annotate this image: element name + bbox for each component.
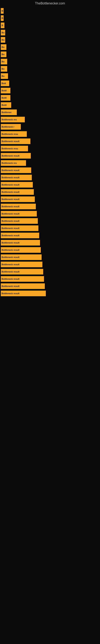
bar-label: Bottl xyxy=(1,89,7,92)
bar-row: Bottleneck result xyxy=(0,290,100,296)
bar-item: Bottleneck result xyxy=(1,204,36,209)
bar-row: Bottleneck result xyxy=(0,189,100,195)
bar-item: Bottleneck result xyxy=(1,276,44,282)
bar-row: Bottl xyxy=(0,88,100,94)
bar-row: Bottleneck result xyxy=(0,138,100,144)
bar-row: Bo xyxy=(0,37,100,43)
bar-label: Bottleneck result xyxy=(1,285,19,288)
bar-item: Bottleneck result xyxy=(1,233,39,238)
bar-row: Bottleneck result xyxy=(0,262,100,267)
bar-item: Bottleneck result xyxy=(1,182,33,188)
bar-label: Bottleneck result xyxy=(1,220,19,222)
bar-item: Bottleneck result xyxy=(1,262,42,267)
bar-row: Bottleneck result xyxy=(0,218,100,224)
bar-label: Bottleneck result xyxy=(1,212,19,215)
bar-label: Bottleneck res xyxy=(1,118,17,121)
bar-label: Bo xyxy=(1,32,4,34)
bar-item: Bottleneck res xyxy=(1,117,25,122)
bar-row: Bottleneck res xyxy=(0,160,100,166)
bar-label: Bottleneck result xyxy=(1,263,19,266)
bar-label: Bottleneck result xyxy=(1,278,19,280)
bar-label: Bo xyxy=(1,60,4,63)
bar-item: Bottleneck result xyxy=(1,240,40,246)
bar-item: Bo xyxy=(1,30,5,36)
bar-row: Bottleneck result xyxy=(0,168,100,173)
bar-item: Bottl xyxy=(1,88,10,94)
bar-row: Bo xyxy=(0,73,100,79)
bar-row: Bo xyxy=(0,66,100,72)
bar-row: Bottleneck result xyxy=(0,175,100,180)
bar-row: Bottleneck result xyxy=(0,153,100,158)
bar-row: Bo xyxy=(0,52,100,57)
bar-label: Bottleneck result xyxy=(1,242,19,244)
bar-label: Bottleneck result xyxy=(1,205,19,208)
bar-item: Bo xyxy=(1,52,6,57)
bar-row: Bott xyxy=(0,80,100,86)
bar-item: Bottleneck result xyxy=(1,226,38,231)
bar-label: Bottl xyxy=(1,104,7,106)
bar-label: B xyxy=(1,24,3,26)
bar-row: B xyxy=(0,22,100,28)
bar-item: Bottleneck result xyxy=(1,290,46,296)
bar-label: Bottleneck result xyxy=(1,292,19,295)
bar-item: Bottleneck result xyxy=(1,254,42,260)
bar-item: Bottleneck result xyxy=(1,211,37,216)
bar-item: Bottleneck result xyxy=(1,168,31,173)
bar-row: Bo xyxy=(0,59,100,64)
bar-label: Bo xyxy=(1,75,4,77)
bar-row: Bottleneck res xyxy=(0,117,100,122)
bar-row: Bo xyxy=(0,44,100,50)
bar-label: Bo xyxy=(1,68,4,70)
bar-label: Bo xyxy=(1,39,4,41)
bar-row: Bottleneck result xyxy=(0,233,100,238)
bar-row: Bottl xyxy=(0,102,100,108)
bar-label: Bott xyxy=(1,82,6,84)
bar-row: Bottleneck r xyxy=(0,124,100,130)
bar-item: Bottleneck resu xyxy=(1,131,27,137)
bar-label: B xyxy=(1,10,3,12)
bar-item: Bottleneck result xyxy=(1,153,31,158)
bar-item: Bottleneck result xyxy=(1,175,32,180)
bar-row: Bottleneck result xyxy=(0,182,100,188)
bar-item: B xyxy=(1,22,4,28)
bar-label: Bottleneck result xyxy=(1,227,19,230)
bar-item: Bottleneck res xyxy=(1,160,26,166)
bar-row: B xyxy=(0,8,100,14)
bar-item: Bo xyxy=(1,73,8,79)
bar-item: Bottleneck result xyxy=(1,269,43,274)
bars-container: BBBBoBoBoBoBoBoBoBottBottlBottlBottlBott… xyxy=(0,6,100,298)
bar-row: B xyxy=(0,15,100,21)
bar-item: Bottl xyxy=(1,102,11,108)
bar-item: B xyxy=(1,8,3,14)
bar-item: Bott xyxy=(1,80,9,86)
bar-item: Bottleneck result xyxy=(1,138,30,144)
bar-label: Bottleneck res xyxy=(1,162,17,164)
bar-label: Bottleneck result xyxy=(1,234,19,237)
bar-item: Bo xyxy=(1,44,6,50)
bar-item: Bottl xyxy=(1,95,10,100)
bar-item: Bottlenec xyxy=(1,110,17,115)
bar-row: Bottleneck result xyxy=(0,269,100,274)
bar-row: Bottleneck result xyxy=(0,254,100,260)
bar-label: Bottleneck r xyxy=(1,126,14,128)
bar-label: Bo xyxy=(1,46,4,48)
bar-label: Bottleneck resu xyxy=(1,147,18,150)
bar-row: Bottleneck result xyxy=(0,247,100,253)
bar-label: Bo xyxy=(1,53,4,56)
bar-row: Bottleneck result xyxy=(0,211,100,216)
bar-label: Bottleneck result xyxy=(1,140,19,142)
bar-row: Bottleneck result xyxy=(0,196,100,202)
bar-row: Bo xyxy=(0,30,100,36)
bar-label: Bottleneck result xyxy=(1,191,19,193)
bar-row: Bottl xyxy=(0,95,100,100)
bar-label: B xyxy=(1,17,3,19)
bar-label: Bottleneck result xyxy=(1,169,19,172)
bar-row: Bottleneck result xyxy=(0,283,100,289)
bar-row: Bottleneck resu xyxy=(0,146,100,151)
bar-item: Bottleneck result xyxy=(1,218,38,224)
bar-item: Bo xyxy=(1,37,5,43)
bar-label: Bottleneck result xyxy=(1,198,19,200)
bar-row: Bottleneck result xyxy=(0,240,100,246)
bar-row: Bottlenec xyxy=(0,110,100,115)
bar-row: Bottleneck result xyxy=(0,204,100,209)
